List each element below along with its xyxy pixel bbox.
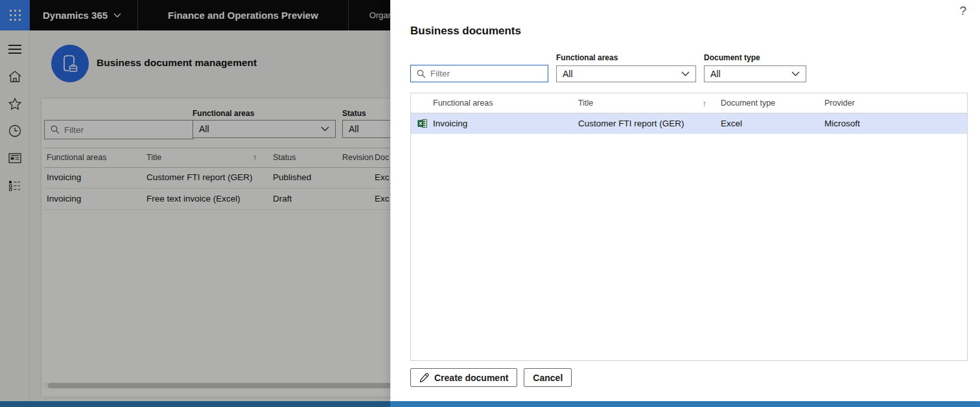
functional-areas-label: Functional areas <box>556 53 696 62</box>
create-document-button[interactable]: Create document <box>410 368 517 387</box>
column-header-functional-areas[interactable]: Functional areas <box>433 99 578 108</box>
panel-actions: Create document Cancel <box>410 368 572 387</box>
search-icon <box>417 69 426 78</box>
column-header-document-type[interactable]: Document type <box>714 99 818 108</box>
cancel-label: Cancel <box>533 373 563 383</box>
column-header-provider[interactable]: Provider <box>818 99 967 108</box>
document-type-dropdown[interactable]: All <box>704 65 806 82</box>
panel-filter-input[interactable]: Filter <box>410 65 548 82</box>
sort-ascending-icon: ↑ <box>703 99 707 108</box>
excel-file-icon: X <box>411 119 433 128</box>
documents-table: Functional areas Title ↑ Document type P… <box>410 93 968 361</box>
document-type-value: All <box>710 69 721 79</box>
cancel-button[interactable]: Cancel <box>524 368 572 387</box>
cell-provider: Microsoft <box>818 119 967 128</box>
chevron-down-icon <box>681 71 690 76</box>
filter-placeholder: Filter <box>430 69 450 78</box>
screen: Dynamics 365 Finance and Operations Prev… <box>0 0 980 407</box>
functional-areas-filter: Functional areas All <box>556 53 696 82</box>
svg-text:X: X <box>419 121 423 126</box>
cell-functional-areas: Invoicing <box>433 119 578 128</box>
column-header-title[interactable]: Title ↑ <box>578 99 714 108</box>
functional-areas-dropdown[interactable]: All <box>556 65 696 82</box>
table-header-row: Functional areas Title ↑ Document type P… <box>411 93 967 113</box>
create-document-label: Create document <box>434 373 508 383</box>
chevron-down-icon <box>791 71 800 76</box>
title-header-label: Title <box>578 99 593 108</box>
document-type-filter: Document type All <box>704 53 806 82</box>
cell-title: Customer FTI report (GER) <box>578 119 714 128</box>
document-type-label: Document type <box>704 53 806 62</box>
panel-filter-row: Filter Functional areas All Document typ… <box>410 53 806 82</box>
table-row-selected[interactable]: X Invoicing Customer FTI report (GER) Ex… <box>411 113 967 134</box>
pencil-icon <box>419 373 429 382</box>
modal-scrim <box>0 0 390 407</box>
functional-areas-value: All <box>563 69 573 79</box>
business-documents-panel: ? Business documents Filter Functional a… <box>390 0 980 401</box>
help-icon[interactable]: ? <box>959 4 966 18</box>
panel-title: Business documents <box>410 25 521 38</box>
cell-document-type: Excel <box>714 119 818 128</box>
